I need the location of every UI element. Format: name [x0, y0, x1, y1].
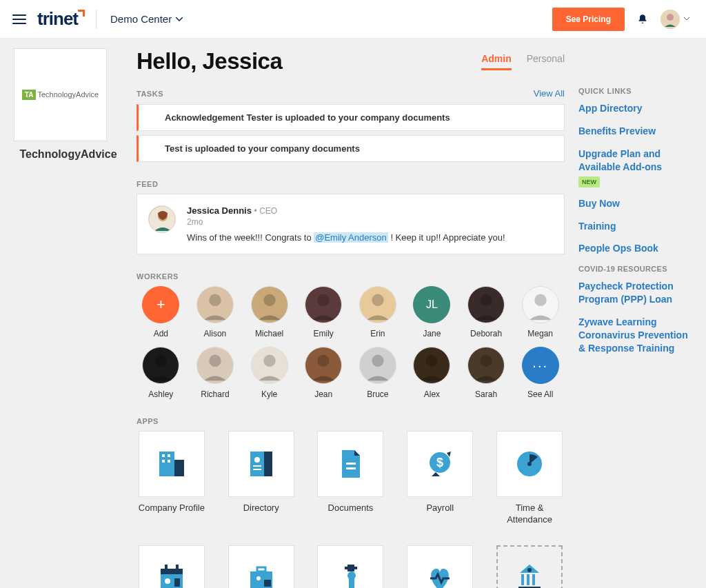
worker-emily[interactable]: Emily [299, 286, 348, 338]
app-briefcase[interactable] [226, 545, 296, 588]
app-gov[interactable] [494, 545, 565, 588]
worker-label: Add [154, 329, 168, 338]
app-heart[interactable] [405, 545, 475, 588]
quick-link[interactable]: Benefits Preview [578, 125, 692, 138]
worker-avatar [196, 286, 234, 323]
feed-author-name[interactable]: Jessica Dennis [187, 205, 252, 216]
worker-jean[interactable]: Jean [299, 347, 348, 399]
worker-label: Emily [314, 329, 334, 338]
tasks-section-label: TASKS View All [137, 88, 565, 99]
app-tile [407, 545, 473, 588]
svg-point-16 [480, 355, 492, 367]
feed-text: Wins of the week!!! Congrats to @Emily A… [187, 232, 553, 243]
app-calendar[interactable] [137, 545, 207, 588]
app-tile [139, 431, 205, 497]
resource-link[interactable]: Zywave Learning Coronavirus Prevention &… [578, 316, 692, 355]
svg-point-12 [263, 355, 275, 367]
svg-rect-28 [346, 463, 356, 465]
svg-point-15 [426, 355, 438, 367]
worker-avatar [359, 347, 396, 384]
svg-text:$: $ [436, 456, 443, 469]
worker-avatar [467, 347, 505, 384]
view-tabs: Admin Personal [481, 53, 565, 70]
user-avatar [660, 10, 680, 29]
svg-rect-52 [532, 574, 535, 585]
worker-add[interactable]: +Add [137, 286, 185, 338]
svg-rect-41 [257, 567, 265, 571]
svg-point-6 [318, 294, 330, 306]
svg-point-4 [209, 294, 221, 306]
worker-jane[interactable]: JLJane [407, 286, 456, 338]
worker-label: Megan [527, 329, 553, 338]
app-tile [496, 545, 563, 588]
svg-point-13 [318, 355, 330, 367]
quick-link[interactable]: Upgrade Plan and Available Add-onsNEW [578, 148, 692, 187]
worker-avatar [305, 347, 342, 384]
worker-megan[interactable]: Megan [516, 286, 565, 338]
svg-rect-21 [162, 460, 165, 463]
worker-label: Erin [370, 329, 385, 338]
app-tile: $ [407, 431, 473, 497]
worker-see-all[interactable]: ...See All [516, 347, 565, 399]
tasks-view-all-link[interactable]: View All [534, 88, 565, 99]
bell-icon[interactable] [637, 13, 648, 26]
resource-link[interactable]: Paycheck Protection Program (PPP) Loan [578, 280, 692, 306]
trinet-logo[interactable]: trinet [37, 8, 78, 30]
quick-link[interactable]: Training [578, 220, 692, 233]
divider [96, 10, 97, 29]
app-time[interactable]: Time & Attendance [494, 431, 565, 526]
chevron-down-icon [176, 17, 183, 21]
quick-link[interactable]: People Ops Book [578, 242, 692, 255]
app-documents[interactable]: Documents [316, 431, 386, 526]
svg-point-10 [155, 355, 167, 367]
app-payroll[interactable]: $Payroll [405, 431, 475, 526]
worker-erin[interactable]: Erin [354, 286, 403, 338]
worker-sarah[interactable]: Sarah [462, 347, 511, 399]
quick-link[interactable]: Buy Now [578, 197, 692, 210]
svg-rect-47 [349, 576, 354, 588]
svg-rect-19 [162, 454, 165, 457]
worker-bruce[interactable]: Bruce [354, 347, 403, 399]
worker-avatar [413, 347, 450, 384]
app-label: Time & Attendance [494, 503, 565, 526]
svg-rect-24 [264, 452, 272, 476]
worker-label: Ashley [148, 389, 173, 399]
menu-icon[interactable] [12, 14, 26, 24]
worker-kyle[interactable]: Kyle [245, 347, 294, 399]
tab-admin[interactable]: Admin [481, 53, 512, 70]
app-medical[interactable] [316, 545, 386, 588]
top-header: trinet Demo Center See Pricing [0, 0, 706, 39]
worker-label: Kyle [261, 389, 277, 399]
svg-point-14 [372, 355, 383, 367]
app-label: Directory [243, 503, 279, 514]
app-directory[interactable]: Directory [226, 431, 296, 526]
company-logo[interactable]: TATechnologyAdvice [14, 48, 107, 141]
user-mention[interactable]: @Emily Anderson [314, 232, 388, 243]
task-item[interactable]: Acknowledgement Tester is uploaded to yo… [137, 104, 565, 131]
see-pricing-button[interactable]: See Pricing [552, 8, 625, 31]
quick-link[interactable]: App Directory [578, 102, 692, 115]
worker-label: Alex [424, 389, 440, 399]
svg-rect-22 [168, 460, 170, 463]
svg-point-7 [372, 294, 383, 306]
worker-michael[interactable]: Michael [245, 286, 294, 338]
quick-links-panel: QUICK LINKS App DirectoryBenefits Previe… [578, 48, 692, 588]
worker-ashley[interactable]: Ashley [137, 347, 185, 399]
worker-alex[interactable]: Alex [407, 347, 456, 399]
feed-author-avatar[interactable] [148, 205, 176, 233]
tab-personal[interactable]: Personal [527, 53, 565, 70]
task-item[interactable]: Test is uploaded to your company documen… [137, 135, 565, 162]
app-tile [317, 545, 383, 588]
worker-richard[interactable]: Richard [191, 347, 240, 399]
demo-center-dropdown[interactable]: Demo Center [110, 13, 183, 25]
app-label: Payroll [426, 503, 454, 514]
worker-deborah[interactable]: Deborah [462, 286, 511, 338]
app-company[interactable]: Company Profile [137, 431, 207, 526]
user-menu[interactable] [660, 10, 689, 29]
svg-point-8 [480, 294, 492, 306]
worker-label: Michael [255, 329, 283, 338]
add-icon: + [142, 286, 179, 323]
worker-alison[interactable]: Alison [191, 286, 240, 338]
svg-point-9 [534, 294, 546, 306]
chevron-down-icon [684, 17, 689, 21]
